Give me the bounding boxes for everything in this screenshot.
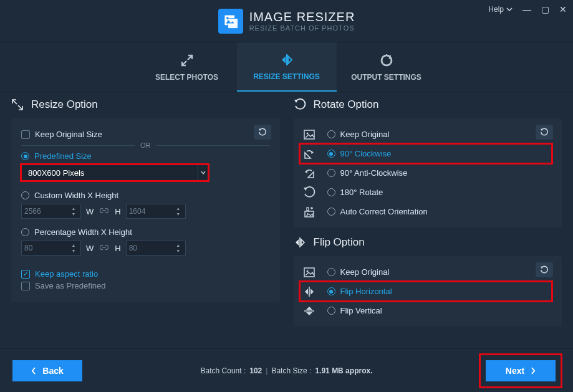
expand-icon — [180, 53, 195, 68]
height-spin-up[interactable]: ▲ — [174, 206, 183, 211]
resize-reset-button[interactable] — [254, 125, 271, 140]
auto-correct-icon — [302, 206, 316, 218]
rotate-cw-radio[interactable]: 90° Clockwise — [327, 149, 392, 158]
maximize-button[interactable]: ▢ — [541, 5, 549, 14]
flip-section-title: Flip Option — [314, 236, 365, 249]
keep-aspect-ratio-checkbox[interactable]: ✓ Keep aspect ratio — [21, 269, 270, 279]
chevron-left-icon — [31, 367, 36, 375]
flip-horizontal-radio[interactable]: Flip Horizontal — [327, 287, 392, 296]
flip-vertical-icon — [302, 305, 316, 317]
batch-size-value: 1.91 MB approx. — [315, 366, 372, 375]
link-icon — [99, 244, 110, 253]
save-as-predefined-checkbox[interactable]: ✓ Save as Predefined — [21, 281, 270, 290]
tab-select-photos[interactable]: SELECT PHOTOS — [137, 42, 237, 92]
rotate-reset-button[interactable] — [536, 125, 553, 140]
rotate-180-radio[interactable]: 180° Rotate — [327, 188, 383, 197]
rotate-180-icon — [302, 186, 316, 199]
pct-w-spin-up[interactable]: ▲ — [69, 243, 78, 248]
or-divider-text: OR — [140, 141, 151, 149]
batch-count-value: 102 — [249, 366, 262, 375]
image-icon — [302, 128, 316, 141]
svg-marker-6 — [258, 129, 261, 131]
width-spin-up[interactable]: ▲ — [69, 206, 78, 211]
resize-section-title: Resize Option — [31, 98, 98, 111]
resize-section-icon — [11, 98, 24, 111]
flip-square-icon — [279, 52, 294, 67]
flip-vertical-radio[interactable]: Flip Vertical — [327, 306, 382, 315]
svg-marker-7 — [294, 100, 298, 103]
close-button[interactable]: ✕ — [559, 5, 567, 14]
pct-h-spin-down[interactable]: ▼ — [174, 249, 183, 254]
rotate-cw-icon — [302, 148, 316, 160]
app-subtitle: RESIZE BATCH OF PHOTOS — [249, 24, 355, 32]
keep-original-size-checkbox[interactable]: ✓ Keep Original Size — [21, 130, 270, 139]
width-label: W — [86, 207, 94, 216]
percentage-size-radio[interactable]: Percentage Width X Height — [21, 227, 270, 237]
image-icon — [302, 266, 316, 279]
undo-icon — [258, 128, 267, 136]
custom-size-radio[interactable]: Custom Width X Height — [21, 191, 270, 200]
flip-keep-original-radio[interactable]: Keep Original — [327, 267, 390, 277]
rotate-section-title: Rotate Option — [314, 98, 379, 111]
undo-icon — [540, 128, 549, 136]
percent-width-input[interactable]: 80 ▲▼ — [21, 241, 81, 256]
batch-size-label: Batch Size : — [271, 366, 311, 375]
dropdown-caret-icon — [198, 165, 208, 180]
custom-width-input[interactable]: 2566 ▲▼ — [21, 204, 81, 219]
height-spin-down[interactable]: ▼ — [174, 212, 183, 217]
svg-marker-8 — [541, 129, 543, 131]
back-button[interactable]: Back — [12, 360, 82, 381]
flip-horizontal-icon — [302, 285, 316, 298]
next-button[interactable]: Next — [486, 360, 556, 381]
percent-height-input[interactable]: 80 ▲▼ — [126, 241, 186, 256]
flip-section-icon — [294, 236, 306, 249]
predefined-size-radio[interactable]: Predefined Size — [21, 151, 270, 161]
pct-h-spin-up[interactable]: ▲ — [174, 243, 183, 248]
flip-reset-button[interactable] — [536, 262, 553, 277]
rotate-section-icon — [294, 98, 306, 111]
app-logo-icon — [218, 9, 243, 34]
height-label: H — [115, 207, 120, 216]
chevron-right-icon — [531, 367, 536, 375]
svg-rect-15 — [307, 208, 309, 211]
svg-point-3 — [226, 17, 229, 19]
tab-output-settings[interactable]: OUTPUT SETTINGS — [337, 42, 436, 92]
pct-w-spin-down[interactable]: ▼ — [69, 249, 78, 254]
svg-point-10 — [306, 132, 308, 134]
tab-resize-settings[interactable]: RESIZE SETTINGS — [237, 42, 337, 92]
svg-marker-17 — [541, 267, 543, 269]
link-icon — [99, 207, 110, 216]
gear-circle-icon — [379, 53, 394, 68]
svg-point-19 — [306, 270, 308, 272]
rotate-acw-radio[interactable]: 90° Anti-Clockwise — [327, 168, 408, 178]
svg-marker-13 — [304, 188, 307, 191]
chevron-down-icon — [506, 7, 513, 12]
rotate-keep-original-radio[interactable]: Keep Original — [327, 130, 390, 139]
custom-height-input[interactable]: 1604 ▲▼ — [126, 204, 186, 219]
rotate-auto-radio[interactable]: Auto Correct Orientation — [327, 207, 428, 216]
predefined-size-dropdown[interactable]: 800X600 Pixels — [21, 165, 208, 181]
minimize-button[interactable]: — — [522, 5, 531, 14]
app-title: IMAGE RESIZER — [249, 10, 355, 24]
help-menu[interactable]: Help — [488, 5, 513, 14]
batch-count-label: Batch Count : — [201, 366, 246, 375]
undo-icon — [540, 265, 549, 274]
rotate-acw-icon — [302, 167, 316, 179]
width-spin-down[interactable]: ▼ — [69, 212, 78, 217]
